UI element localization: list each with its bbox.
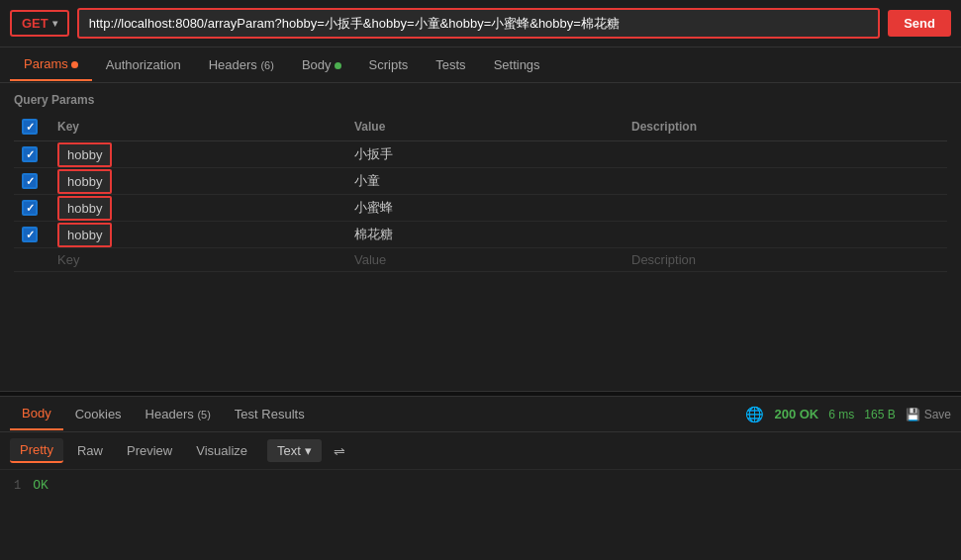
row-value-cell-1[interactable]: 小童 bbox=[346, 168, 624, 195]
row-key-cell-3: hobby bbox=[49, 222, 346, 248]
key-input-1[interactable]: hobby bbox=[57, 169, 112, 194]
row-checkbox-1[interactable] bbox=[22, 173, 38, 189]
subtab-visualize[interactable]: Visualize bbox=[186, 439, 257, 462]
row-desc-cell-0[interactable] bbox=[624, 141, 947, 168]
row-checkbox-0[interactable] bbox=[22, 146, 38, 162]
tab-body[interactable]: Body bbox=[288, 49, 355, 80]
body-dot bbox=[335, 62, 341, 69]
table-row: hobby 棉花糖 bbox=[14, 222, 947, 248]
tab-settings[interactable]: Settings bbox=[480, 49, 554, 80]
subtab-raw[interactable]: Raw bbox=[67, 439, 113, 462]
row-value-cell-2[interactable]: 小蜜蜂 bbox=[346, 195, 624, 222]
globe-icon: 🌐 bbox=[745, 406, 764, 423]
response-value: OK bbox=[33, 478, 48, 493]
body-subtabs-row: Pretty Raw Preview Visualize Text ▾ ⇌ bbox=[0, 432, 961, 470]
code-area: 1OK bbox=[0, 470, 961, 560]
tab-headers[interactable]: Headers (6) bbox=[195, 49, 288, 80]
format-label: Text bbox=[277, 443, 301, 458]
row-key-cell-1: hobby bbox=[49, 168, 346, 195]
params-table: Key Value Description hobby 小扳手 hobby 小童 bbox=[14, 113, 947, 272]
row-desc-cell-1[interactable] bbox=[624, 168, 947, 195]
line-number: 1 bbox=[14, 479, 21, 493]
tab-params[interactable]: Params bbox=[10, 48, 92, 81]
response-tab-test-results[interactable]: Test Results bbox=[223, 399, 317, 429]
row-key-cell-0: hobby bbox=[49, 141, 346, 168]
method-label: GET bbox=[22, 16, 48, 31]
subtab-preview[interactable]: Preview bbox=[117, 439, 182, 462]
empty-desc: Description bbox=[624, 248, 947, 272]
subtab-pretty[interactable]: Pretty bbox=[10, 438, 63, 463]
row-desc-cell-2[interactable] bbox=[624, 195, 947, 222]
empty-key[interactable]: Key bbox=[49, 248, 346, 272]
method-chevron-icon: ▾ bbox=[52, 18, 57, 29]
params-section: Query Params Key Value Description hobby bbox=[0, 83, 961, 272]
save-response-button[interactable]: 💾 Save bbox=[906, 408, 951, 421]
key-input-3[interactable]: hobby bbox=[57, 223, 112, 247]
response-section: Body Cookies Headers (5) Test Results 🌐 … bbox=[0, 397, 961, 560]
params-dot bbox=[71, 61, 78, 68]
table-row-empty: Key Value Description bbox=[14, 248, 947, 272]
empty-value[interactable]: Value bbox=[346, 248, 624, 272]
row-checkbox-cell bbox=[14, 195, 49, 222]
url-bar: GET ▾ Send bbox=[0, 0, 961, 47]
response-tab-body[interactable]: Body bbox=[10, 398, 63, 430]
response-size: 165 B bbox=[864, 408, 895, 421]
tab-scripts[interactable]: Scripts bbox=[355, 49, 423, 80]
query-params-label: Query Params bbox=[14, 93, 947, 107]
status-code: 200 OK bbox=[774, 407, 818, 421]
table-row: hobby 小蜜蜂 bbox=[14, 195, 947, 222]
row-checkbox-cell bbox=[14, 141, 49, 168]
col-header-value: Value bbox=[346, 113, 624, 141]
method-button[interactable]: GET ▾ bbox=[10, 10, 69, 37]
tab-authorization[interactable]: Authorization bbox=[92, 49, 195, 80]
url-input[interactable] bbox=[77, 8, 880, 39]
row-checkbox-cell bbox=[14, 168, 49, 195]
row-value-cell-3[interactable]: 棉花糖 bbox=[346, 222, 624, 248]
key-input-2[interactable]: hobby bbox=[57, 196, 112, 221]
response-tabs-row: Body Cookies Headers (5) Test Results 🌐 … bbox=[0, 397, 961, 432]
row-checkbox-3[interactable] bbox=[22, 227, 38, 242]
response-tab-cookies[interactable]: Cookies bbox=[63, 399, 134, 429]
col-header-key: Key bbox=[49, 113, 346, 141]
key-input-0[interactable]: hobby bbox=[57, 142, 112, 167]
response-time: 6 ms bbox=[828, 408, 854, 421]
wrap-icon[interactable]: ⇌ bbox=[334, 443, 345, 459]
row-checkbox-cell bbox=[14, 222, 49, 248]
row-key-cell-2: hobby bbox=[49, 195, 346, 222]
save-icon: 💾 bbox=[906, 408, 920, 421]
response-tab-headers[interactable]: Headers (5) bbox=[134, 399, 223, 429]
format-chevron-icon: ▾ bbox=[305, 443, 312, 458]
request-tabs: Params Authorization Headers (6) Body Sc… bbox=[0, 47, 961, 83]
col-header-desc: Description bbox=[624, 113, 947, 141]
tab-tests[interactable]: Tests bbox=[422, 49, 479, 80]
row-checkbox-2[interactable] bbox=[22, 200, 38, 216]
col-header-check bbox=[14, 113, 49, 141]
response-meta: 🌐 200 OK 6 ms 165 B 💾 Save bbox=[745, 406, 951, 423]
params-area: Query Params Key Value Description hobby bbox=[0, 83, 961, 391]
check-all-checkbox[interactable] bbox=[22, 119, 38, 135]
row-value-cell-0[interactable]: 小扳手 bbox=[346, 141, 624, 168]
format-select-button[interactable]: Text ▾ bbox=[267, 439, 322, 462]
send-button[interactable]: Send bbox=[888, 10, 951, 37]
row-desc-cell-3[interactable] bbox=[624, 222, 947, 248]
table-row: hobby 小扳手 bbox=[14, 141, 947, 168]
table-row: hobby 小童 bbox=[14, 168, 947, 195]
